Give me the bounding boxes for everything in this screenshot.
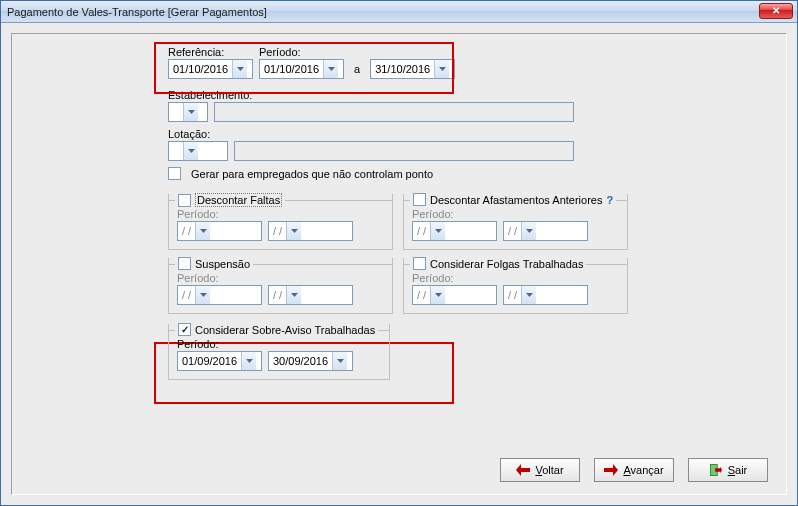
- chevron-down-icon: [323, 60, 338, 78]
- legend-folgas: Considerar Folgas Trabalhadas: [410, 257, 586, 270]
- sobre-aviso-checkbox[interactable]: [178, 323, 191, 336]
- faltas-start-dropdown[interactable]: / /: [177, 221, 262, 241]
- close-icon: ✕: [772, 6, 780, 16]
- label-gerar-para: Gerar para empregados que não controlam …: [191, 168, 433, 180]
- folgas-start-dropdown[interactable]: / /: [412, 285, 497, 305]
- periodo-end-dropdown[interactable]: 31/10/2016: [370, 59, 455, 79]
- chevron-down-icon: [183, 103, 198, 121]
- label-periodo-suspensao: Período:: [177, 272, 384, 284]
- label-referencia: Referência:: [168, 46, 253, 58]
- legend-suspensao: Suspensão: [175, 257, 253, 270]
- folgas-start-value: / /: [413, 289, 430, 301]
- label-a: a: [350, 63, 364, 75]
- group-suspensao: Suspensão Período: / / / /: [168, 258, 393, 314]
- periodo-start-dropdown[interactable]: 01/10/2016: [259, 59, 344, 79]
- estabelecimento-desc-field: [214, 102, 574, 122]
- chevron-down-icon: [232, 60, 247, 78]
- sobre-aviso-start-dropdown[interactable]: 01/09/2016: [177, 351, 262, 371]
- referencia-dropdown[interactable]: 01/10/2016: [168, 59, 253, 79]
- avancar-label-rest: vançar: [631, 464, 664, 476]
- voltar-label-rest: oltar: [542, 464, 563, 476]
- chevron-down-icon: [183, 142, 198, 160]
- pair-descontar: Descontar Faltas Período: / / / / Descon…: [168, 186, 628, 250]
- arrow-left-icon: [516, 464, 530, 476]
- row-lotacao: Lotação:: [168, 128, 628, 161]
- estabelecimento-fields: [168, 102, 628, 122]
- exit-icon: [709, 464, 723, 476]
- avancar-button[interactable]: Avançar: [594, 458, 674, 482]
- folgas-range: / / / /: [412, 285, 619, 305]
- suspensao-start-dropdown[interactable]: / /: [177, 285, 262, 305]
- voltar-button[interactable]: Voltar: [500, 458, 580, 482]
- periodo-start-value: 01/10/2016: [260, 63, 323, 75]
- group-descontar-afast: Descontar Afastamentos Anteriores ? Perí…: [403, 194, 628, 250]
- sobre-aviso-range: 01/09/2016 30/09/2016: [177, 351, 381, 371]
- row-gerar-para: Gerar para empregados que não controlam …: [168, 167, 628, 180]
- descontar-afast-checkbox[interactable]: [413, 193, 426, 206]
- afast-start-value: / /: [413, 225, 430, 237]
- pair-suspensao-folgas: Suspensão Período: / / / / Considerar Fo…: [168, 250, 628, 314]
- periodo-range: 01/10/2016 a 31/10/2016: [259, 59, 455, 79]
- chevron-down-icon: [430, 222, 445, 240]
- sair-button[interactable]: Sair: [688, 458, 768, 482]
- close-button[interactable]: ✕: [759, 3, 793, 19]
- col-referencia: Referência: 01/10/2016: [168, 46, 253, 79]
- descontar-faltas-checkbox[interactable]: [178, 194, 191, 207]
- main-panel: Referência: 01/10/2016 Período: 01/10/20…: [11, 33, 787, 495]
- label-lotacao: Lotação:: [168, 128, 628, 140]
- faltas-range: / / / /: [177, 221, 384, 241]
- afast-start-dropdown[interactable]: / /: [412, 221, 497, 241]
- gerar-para-checkbox[interactable]: [168, 167, 181, 180]
- label-descontar-faltas: Descontar Faltas: [195, 193, 282, 207]
- label-descontar-afast: Descontar Afastamentos Anteriores: [430, 194, 602, 206]
- suspensao-range: / / / /: [177, 285, 384, 305]
- lotacao-code-dropdown[interactable]: [168, 141, 228, 161]
- label-suspensao: Suspensão: [195, 258, 250, 270]
- lotacao-fields: [168, 141, 628, 161]
- faltas-end-value: / /: [269, 225, 286, 237]
- sobre-aviso-start-value: 01/09/2016: [178, 355, 241, 367]
- window-title: Pagamento de Vales-Transporte [Gerar Pag…: [5, 6, 267, 18]
- label-folgas: Considerar Folgas Trabalhadas: [430, 258, 583, 270]
- lotacao-desc-field: [234, 141, 574, 161]
- sobre-aviso-end-dropdown[interactable]: 30/09/2016: [268, 351, 353, 371]
- folgas-end-value: / /: [504, 289, 521, 301]
- faltas-end-dropdown[interactable]: / /: [268, 221, 353, 241]
- label-periodo-folgas: Período:: [412, 272, 619, 284]
- folgas-checkbox[interactable]: [413, 257, 426, 270]
- sair-label-rest: air: [735, 464, 747, 476]
- help-icon[interactable]: ?: [606, 194, 613, 206]
- chevron-down-icon: [332, 352, 347, 370]
- periodo-end-value: 31/10/2016: [371, 63, 434, 75]
- suspensao-end-value: / /: [269, 289, 286, 301]
- group-sobre-aviso: Considerar Sobre-Aviso Trabalhadas Perío…: [168, 324, 390, 380]
- afast-end-dropdown[interactable]: / /: [503, 221, 588, 241]
- afast-range: / / / /: [412, 221, 619, 241]
- suspensao-checkbox[interactable]: [178, 257, 191, 270]
- chevron-down-icon: [434, 60, 449, 78]
- footer-buttons: Voltar Avançar Sair: [500, 458, 768, 482]
- avancar-accel: A: [623, 464, 630, 476]
- chevron-down-icon: [430, 286, 445, 304]
- row-estabelecimento: Estabelecimento:: [168, 89, 628, 122]
- sair-accel: S: [728, 464, 735, 476]
- legend-descontar-faltas: Descontar Faltas: [175, 193, 285, 207]
- folgas-end-dropdown[interactable]: / /: [503, 285, 588, 305]
- col-periodo: Período: 01/10/2016 a 31/10/2016: [259, 46, 455, 79]
- label-periodo-faltas: Período:: [177, 208, 384, 220]
- window: Pagamento de Vales-Transporte [Gerar Pag…: [0, 0, 798, 506]
- referencia-value: 01/10/2016: [169, 63, 232, 75]
- label-periodo-afast: Período:: [412, 208, 619, 220]
- group-descontar-faltas: Descontar Faltas Período: / / / /: [168, 194, 393, 250]
- sobre-aviso-end-value: 30/09/2016: [269, 355, 332, 367]
- suspensao-start-value: / /: [178, 289, 195, 301]
- chevron-down-icon: [241, 352, 256, 370]
- form-content: Referência: 01/10/2016 Período: 01/10/20…: [168, 46, 628, 380]
- faltas-start-value: / /: [178, 225, 195, 237]
- chevron-down-icon: [195, 286, 210, 304]
- arrow-right-icon: [604, 464, 618, 476]
- group-folgas: Considerar Folgas Trabalhadas Período: /…: [403, 258, 628, 314]
- estabelecimento-code-dropdown[interactable]: [168, 102, 208, 122]
- suspensao-end-dropdown[interactable]: / /: [268, 285, 353, 305]
- label-sobre-aviso: Considerar Sobre-Aviso Trabalhadas: [195, 324, 375, 336]
